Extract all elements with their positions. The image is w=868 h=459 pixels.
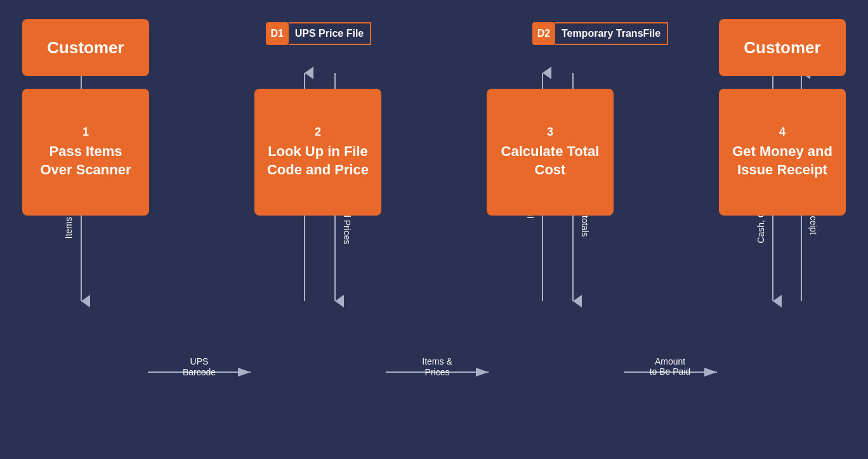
d1-label: D1 (266, 22, 289, 45)
svg-text:Prices: Prices (425, 367, 450, 377)
flow-label-ups-barcode: UPS (190, 356, 209, 366)
process-p4: 4 Get Money and Issue Receipt (719, 89, 846, 216)
entity-customer1: Customer (22, 19, 149, 76)
datastore-d2: D2 Temporary TransFile (532, 22, 668, 45)
entity-customer2: Customer (719, 19, 846, 76)
p1-number: 1 (82, 126, 89, 139)
customer2-label: Customer (744, 38, 820, 58)
p1-label: Pass Items Over Scanner (32, 143, 140, 179)
process-p2: 2 Look Up in File Code and Price (254, 89, 381, 216)
customer1-label: Customer (47, 38, 124, 58)
p4-number: 4 (779, 126, 786, 139)
p3-label: Calculate Total Cost (496, 143, 604, 179)
d1-text: UPS Price File (289, 22, 372, 45)
process-p3: 3 Calculate Total Cost (487, 89, 614, 216)
p2-number: 2 (315, 126, 321, 139)
flow-label-items-prices-h: Items & (422, 356, 452, 366)
p3-number: 3 (547, 126, 553, 139)
p2-label: Look Up in File Code and Price (264, 143, 372, 179)
p4-label: Get Money and Issue Receipt (728, 143, 836, 179)
svg-text:to Be Paid: to Be Paid (650, 366, 691, 377)
d2-text: Temporary TransFile (555, 22, 668, 45)
flow-label-amount: Amount (655, 356, 685, 366)
diagram-container: Items to Purchase UPS Barcode UPS Code I… (0, 0, 868, 459)
datastore-d1: D1 UPS Price File (266, 22, 372, 45)
process-p1: 1 Pass Items Over Scanner (22, 89, 149, 216)
d2-label: D2 (532, 22, 555, 45)
svg-text:Barcode: Barcode (183, 367, 216, 377)
